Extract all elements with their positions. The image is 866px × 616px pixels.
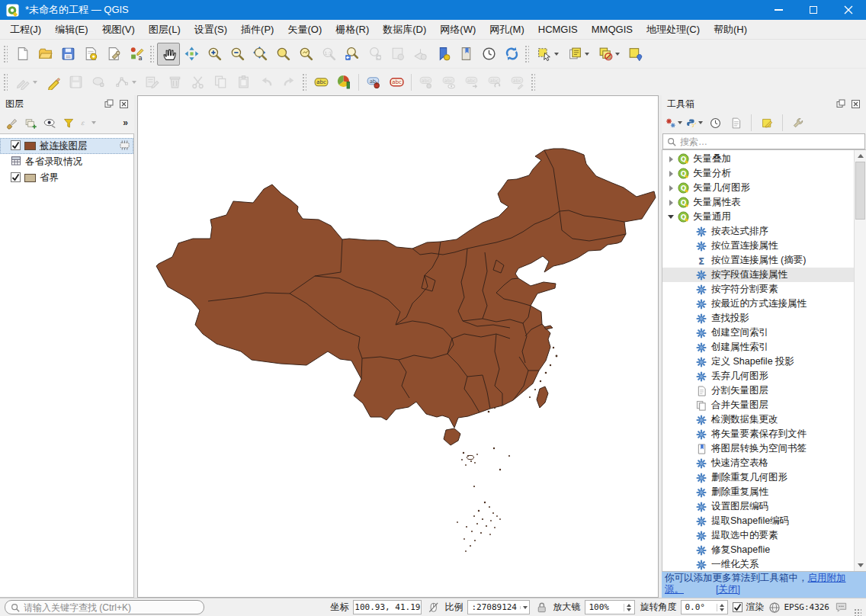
chevron-collapsed-icon[interactable] [666,200,675,206]
layer-row[interactable]: 各省录取情况 [0,154,133,170]
save-project-button[interactable] [56,43,79,66]
toolbar-grip[interactable] [149,45,154,63]
float-panel-button[interactable] [102,98,115,110]
toolbox-tool[interactable]: 提取Shapefile编码 [662,514,854,528]
close-button[interactable] [831,0,866,20]
layer-row[interactable]: 被连接图层 [0,138,133,154]
show-bookmarks-button[interactable] [454,43,477,66]
chevron-collapsed-icon[interactable] [666,185,675,191]
toolbox-tool[interactable]: 分割矢量图层 [662,383,854,398]
cut-features-button[interactable] [186,71,209,94]
scale-field[interactable]: :27089124 [467,600,530,614]
resize-grip[interactable] [854,608,861,616]
menu-item[interactable]: 数据库(D) [376,20,433,40]
toolbox-options-button[interactable] [790,114,807,131]
new-3d-map-button[interactable] [409,43,431,66]
show-hide-labels-button[interactable]: abc [438,71,460,94]
toolbar-overflow-button[interactable]: » [123,117,131,128]
results-viewer-button[interactable] [727,114,744,131]
toolbox-tool[interactable]: 合并矢量图层 [662,398,854,412]
open-layer-styling-button[interactable] [3,114,20,131]
rotate-label-button[interactable]: abc [483,71,506,94]
toolbox-tool[interactable]: 按表达式排序 [662,224,854,239]
toggle-editing-button[interactable] [41,71,64,94]
lock-scale-icon[interactable] [534,601,548,614]
pan-to-selection-button[interactable] [180,43,203,66]
toolbar-grip[interactable] [302,73,306,91]
highlight-pinned-labels-button[interactable]: ab [362,71,385,94]
float-panel-button[interactable] [834,98,847,110]
messages-icon[interactable] [834,601,848,614]
menu-item[interactable]: 设置(S) [188,20,234,40]
magnifier-field[interactable]: 100% [585,600,635,614]
current-edits-button[interactable] [11,71,41,94]
paste-features-button[interactable] [232,71,255,94]
history-button[interactable] [707,114,723,131]
add-group-button[interactable] [22,114,39,131]
toolbox-tool[interactable]: 修复Shapeflie [662,543,854,557]
filter-legend-button[interactable] [60,114,77,131]
layer-checkbox[interactable] [11,172,21,184]
menu-item[interactable]: MMQGIS [585,21,640,38]
toolbox-scrollbar[interactable] [854,150,866,571]
menu-item[interactable]: 矢量(O) [281,20,329,40]
layer-labeling-button[interactable]: abc [310,71,332,94]
toolbox-tool[interactable]: 快速清空表格 [662,456,854,470]
toolbox-tool[interactable]: 创建空间索引 [662,326,854,340]
rotation-field[interactable]: 0.0° [681,600,728,614]
menu-item[interactable]: 地理处理(C) [640,20,707,40]
menu-item[interactable]: 图层(L) [142,20,188,40]
pin-unpin-labels-button[interactable]: abc [415,71,438,94]
chevron-expanded-icon[interactable] [666,215,675,219]
menu-item[interactable]: 编辑(E) [48,20,95,40]
model-designer-button[interactable] [666,114,682,131]
close-panel-button[interactable] [117,98,130,110]
toolbox-tool[interactable]: 创建属性索引 [662,340,854,355]
notice-close-link[interactable]: [关闭] [716,584,740,595]
menu-item[interactable]: 插件(P) [234,20,281,40]
chevron-collapsed-icon[interactable] [666,171,675,177]
scrollbar-thumb[interactable] [855,162,865,220]
toolbox-tool[interactable]: 按位置连接属性 [662,239,854,253]
map-canvas[interactable] [137,95,659,598]
change-label-button[interactable]: abc [506,71,529,94]
toolbox-tool[interactable]: 丢弃几何图形 [662,369,854,383]
toolbox-tool[interactable]: 设置图层编码 [662,499,854,514]
toolbar-grip[interactable] [524,45,529,63]
temporal-controller-button[interactable] [477,43,500,66]
open-project-button[interactable] [34,43,56,66]
toolbox-tool[interactable]: 按字段值连接属性 [662,268,854,282]
layout-manager-button[interactable] [102,43,125,66]
select-features-button[interactable] [532,43,563,66]
new-project-button[interactable] [11,43,34,66]
toolbox-tool[interactable]: 定义 Shapefile 投影 [662,355,854,369]
menu-item[interactable]: 网孔(M) [483,20,531,40]
coordinate-field[interactable]: 100.93, 41.19 [353,600,422,614]
toolbox-group[interactable]: Q矢量叠加 [662,152,854,166]
menu-item[interactable]: 栅格(R) [329,20,376,40]
toolbox-tool[interactable]: 检测数据集更改 [662,412,854,427]
redo-button[interactable] [277,71,300,94]
toolbox-group[interactable]: Q矢量几何图形 [662,181,854,195]
scroll-down-icon[interactable] [855,560,866,571]
layer-row[interactable]: 省界 [0,170,133,186]
deselect-features-button[interactable] [593,43,624,66]
layer-checkbox[interactable] [11,140,21,152]
toolbox-tool[interactable]: 将矢量要素保存到文件 [662,427,854,441]
crs-status[interactable]: EPSG:4326 [768,602,829,614]
manage-map-themes-button[interactable] [41,114,58,131]
vertex-tool-button[interactable] [110,71,140,94]
menu-item[interactable]: 网络(W) [433,20,483,40]
toolbox-group[interactable]: Q矢量分析 [662,166,854,181]
multiedit-attributes-button[interactable] [140,71,163,94]
select-by-expression-button[interactable] [563,43,593,66]
toolbox-tool[interactable]: 删除重复几何图形 [662,470,854,485]
menu-item[interactable]: 帮助(H) [707,20,754,40]
toolbox-tool[interactable]: Σ按位置连接属性 (摘要) [662,253,854,268]
extents-toggle-icon[interactable] [426,601,440,614]
filter-by-expression-button[interactable]: ε [79,114,96,131]
new-print-layout-button[interactable] [79,43,102,66]
copy-features-button[interactable] [209,71,232,94]
memory-layer-indicator-icon[interactable] [118,140,131,152]
delete-selected-button[interactable] [163,71,186,94]
